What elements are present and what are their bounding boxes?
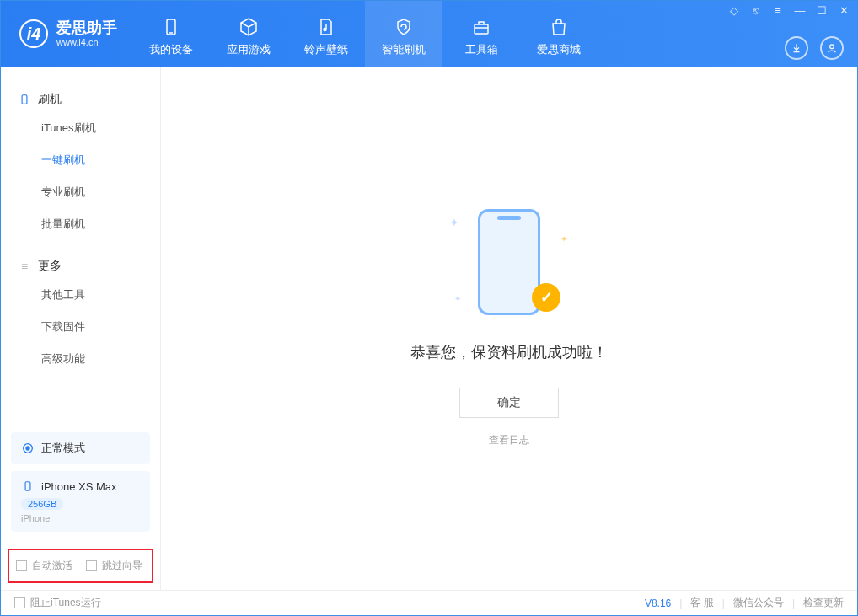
svg-rect-4: [475, 24, 488, 34]
user-button[interactable]: [820, 36, 844, 60]
sparkle-icon: ✦: [560, 234, 567, 244]
sparkle-icon: ✦: [454, 294, 461, 303]
maximize-icon[interactable]: ☐: [815, 4, 829, 17]
device-name: iPhone XS Max: [41, 480, 117, 493]
nav-toolbox[interactable]: 工具箱: [442, 1, 520, 67]
checkbox-skip-guide[interactable]: 跳过向导: [86, 559, 142, 573]
svg-rect-11: [25, 482, 30, 491]
check-update-link[interactable]: 检查更新: [803, 596, 844, 610]
nav-label: 智能刷机: [382, 42, 426, 57]
support-link[interactable]: 客 服: [690, 596, 713, 610]
download-icon: [791, 42, 802, 54]
download-button[interactable]: [785, 36, 808, 60]
view-log-link[interactable]: 查看日志: [489, 433, 529, 447]
checkbox-label: 跳过向导: [102, 559, 142, 573]
sidebar-group-more: ≡ 更多 其他工具 下载固件 高级功能: [1, 247, 160, 382]
device-icon: [21, 479, 35, 493]
footer: 阻止iTunes运行 V8.16 | 客 服 | 微信公众号 | 检查更新: [1, 590, 857, 615]
check-badge-icon: ✓: [532, 283, 560, 312]
sidebar-item-pro-flash[interactable]: 专业刷机: [1, 176, 160, 208]
checkbox-label: 阻止iTunes运行: [30, 596, 101, 610]
close-icon[interactable]: ✕: [837, 4, 850, 17]
checkbox-icon: [14, 597, 25, 608]
nav-store[interactable]: 爱思商城: [520, 1, 598, 67]
shirt-icon[interactable]: ◇: [727, 4, 741, 17]
device-icon: [18, 93, 31, 106]
user-icon: [826, 42, 838, 54]
sidebar-group-header: ≡ 更多: [1, 254, 160, 279]
checkbox-icon: [86, 560, 97, 571]
sidebar-item-oneclick-flash[interactable]: 一键刷机: [1, 144, 160, 176]
device-cards: 正常模式 iPhone XS Max 256GB iPhone: [1, 426, 160, 549]
sidebar-item-itunes-flash[interactable]: iTunes刷机: [1, 112, 160, 144]
top-nav: 我的设备 应用游戏 铃声壁纸 智能刷机 工具箱 爱思商城: [132, 1, 598, 67]
nav-label: 铃声壁纸: [304, 42, 348, 57]
nav-my-device[interactable]: 我的设备: [132, 1, 210, 67]
svg-point-3: [324, 29, 326, 31]
phone-icon: [478, 209, 540, 315]
checkbox-icon: [16, 560, 27, 571]
checkbox-block-itunes[interactable]: 阻止iTunes运行: [14, 596, 101, 610]
cube-icon: [239, 17, 259, 37]
list-icon: ≡: [18, 260, 31, 273]
group-title: 更多: [38, 259, 62, 274]
music-file-icon: [316, 17, 336, 37]
options-highlight-box: 自动激活 跳过向导: [8, 549, 153, 583]
nav-label: 应用游戏: [227, 42, 271, 57]
device-type: iPhone: [21, 513, 140, 523]
storage-badge: 256GB: [21, 498, 63, 510]
mode-card[interactable]: 正常模式: [11, 432, 150, 464]
nav-smart-flash[interactable]: 智能刷机: [365, 1, 442, 67]
app-subtitle: www.i4.cn: [56, 37, 117, 48]
nav-label: 工具箱: [465, 42, 498, 57]
svg-point-10: [26, 447, 29, 450]
wechat-link[interactable]: 微信公众号: [733, 596, 784, 610]
sparkle-icon: ✦: [449, 216, 459, 229]
main-content: ✦ ✦ ✦ ✓ 恭喜您，保资料刷机成功啦！ 确定 查看日志: [161, 67, 857, 590]
menu-icon[interactable]: ≡: [771, 4, 785, 17]
app-header: i4 爱思助手 www.i4.cn 我的设备 应用游戏 铃声壁纸 智能刷机 工具…: [1, 1, 857, 67]
nav-ringtones[interactable]: 铃声壁纸: [287, 1, 365, 67]
separator: |: [679, 597, 682, 609]
success-illustration: ✦ ✦ ✦ ✓: [463, 209, 555, 319]
checkbox-auto-activate[interactable]: 自动激活: [16, 559, 72, 573]
sidebar-group-header: 刷机: [1, 87, 160, 112]
ok-button[interactable]: 确定: [459, 388, 559, 418]
bag-icon: [549, 17, 569, 37]
sidebar-group-flash: 刷机 iTunes刷机 一键刷机 专业刷机 批量刷机: [1, 80, 160, 247]
success-message: 恭喜您，保资料刷机成功啦！: [410, 342, 608, 362]
sidebar-item-advanced[interactable]: 高级功能: [1, 343, 160, 375]
body: 刷机 iTunes刷机 一键刷机 专业刷机 批量刷机 ≡ 更多 其他工具 下载固…: [1, 67, 857, 590]
toolbox-icon: [471, 17, 491, 37]
logo-icon: i4: [19, 19, 48, 48]
logo: i4 爱思助手 www.i4.cn: [1, 1, 132, 67]
refresh-shield-icon: [394, 17, 414, 37]
sidebar: 刷机 iTunes刷机 一键刷机 专业刷机 批量刷机 ≡ 更多 其他工具 下载固…: [1, 67, 161, 590]
svg-point-7: [830, 45, 834, 49]
nav-label: 爱思商城: [537, 42, 581, 57]
nav-label: 我的设备: [149, 42, 193, 57]
minimize-icon[interactable]: —: [793, 4, 807, 17]
separator: |: [722, 597, 725, 609]
separator: |: [792, 597, 795, 609]
device-card[interactable]: iPhone XS Max 256GB iPhone: [11, 471, 150, 532]
nav-apps-games[interactable]: 应用游戏: [210, 1, 287, 67]
checkbox-label: 自动激活: [32, 559, 72, 573]
header-right-buttons: [785, 36, 844, 60]
mode-label: 正常模式: [41, 441, 85, 456]
window-controls: ◇ ⎋ ≡ — ☐ ✕: [727, 4, 850, 17]
version-label: V8.16: [645, 597, 671, 609]
lock-icon[interactable]: ⎋: [749, 4, 763, 17]
svg-rect-8: [22, 95, 27, 104]
sidebar-item-other-tools[interactable]: 其他工具: [1, 279, 160, 311]
sidebar-item-batch-flash[interactable]: 批量刷机: [1, 208, 160, 240]
phone-icon: [161, 17, 181, 37]
group-title: 刷机: [38, 92, 62, 107]
sidebar-item-download-fw[interactable]: 下载固件: [1, 311, 160, 343]
mode-icon: [21, 442, 35, 455]
app-title: 爱思助手: [56, 19, 117, 38]
